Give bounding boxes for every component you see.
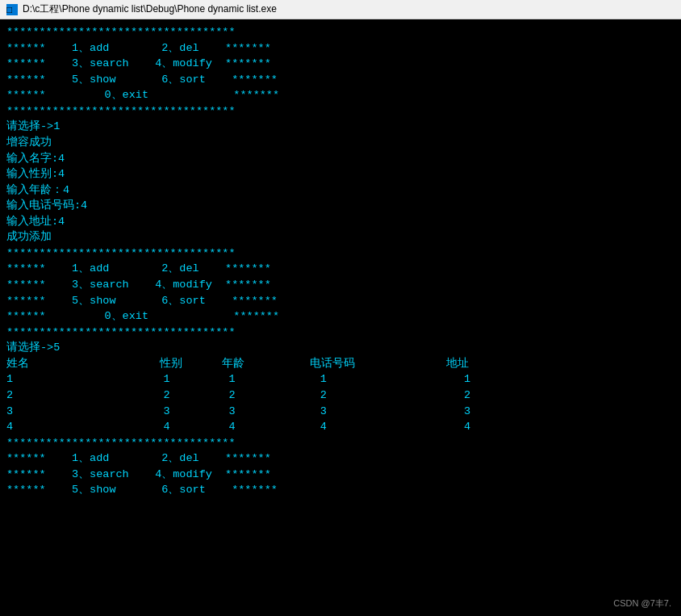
terminal-line: *********************************** [6,325,675,341]
terminal-line: ****** 3、search 4、modify ******* [6,467,675,483]
terminal-line: 1 1 1 1 1 [6,371,675,388]
terminal-line: 4 4 4 4 4 [6,419,675,435]
terminal-line: ****** 0、exit ******* [6,87,675,103]
terminal-line: ****** 1、add 2、del ******* [6,450,675,467]
terminal-line: ****** 3、search 4、modify ******* [6,277,675,293]
terminal-window: ****************************************… [0,19,681,616]
terminal-line: *********************************** [6,245,675,262]
terminal-line: *********************************** [6,103,675,119]
terminal-line: 请选择->1 [6,119,675,135]
terminal-line: 输入电话号码:4 [6,198,675,214]
title-bar: □ D:\c工程\Phone dynamic list\Debug\Phone … [0,0,681,19]
terminal-line: ****** 3、search 4、modify ******* [6,56,675,72]
terminal-line: ****** 0、exit ******* [6,308,675,325]
terminal-line: 输入地址:4 [6,214,675,230]
app-icon: □ [6,4,18,15]
terminal-line: 成功添加 [6,229,675,245]
terminal-line: 输入年龄：4 [6,182,675,199]
terminal-line: ****** 5、show 6、sort ******* [6,482,675,498]
window-title: D:\c工程\Phone dynamic list\Debug\Phone dy… [23,2,277,16]
terminal-line: 2 2 2 2 2 [6,388,675,404]
terminal-line: 增容成功 [6,135,675,151]
terminal-line: 输入名字:4 [6,151,675,167]
terminal-line: ****** 1、add 2、del ******* [6,40,675,57]
terminal-line: 输入性别:4 [6,166,675,182]
terminal-line: ****** 5、show 6、sort ******* [6,72,675,88]
terminal-line: *********************************** [6,24,675,40]
terminal-line: 3 3 3 3 3 [6,404,675,420]
terminal-line: *********************************** [6,435,675,451]
terminal-line: ****** 5、show 6、sort ******* [6,293,675,309]
terminal-line: 姓名 性别 年龄 电话号码 地址 [6,356,675,372]
watermark: CSDN @7丰7. [613,597,671,610]
terminal-line: 请选择->5 [6,340,675,356]
terminal-line: ****** 1、add 2、del ******* [6,261,675,277]
